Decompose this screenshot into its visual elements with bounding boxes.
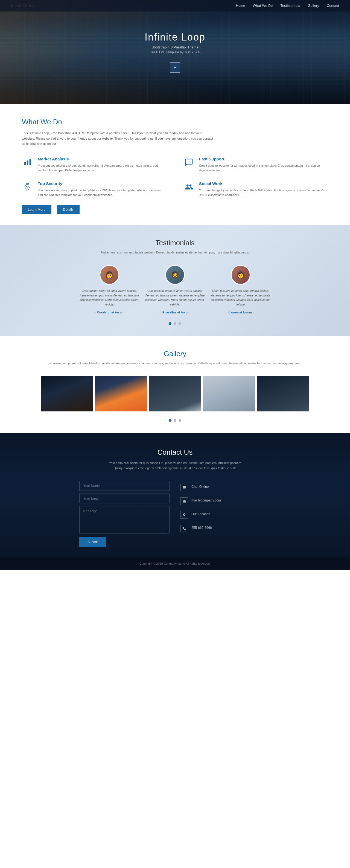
- nav-gallery[interactable]: Gallery: [308, 4, 319, 8]
- hero-subtitle2: Free HTML Template by TOOPLATE: [145, 50, 205, 54]
- gallery-dot-1[interactable]: [169, 419, 171, 422]
- gallery-image-1: [41, 376, 93, 411]
- avatar-image-3: 👩: [232, 266, 250, 284]
- chat-icon: [184, 158, 193, 167]
- testimonial-dots: [11, 322, 339, 325]
- avatar-image-2: 🧔: [166, 266, 184, 284]
- contact-submit-button[interactable]: Submit: [79, 537, 106, 547]
- dot-1[interactable]: [169, 322, 171, 325]
- svg-rect-1: [27, 160, 28, 165]
- email-label: mail@company.com: [191, 497, 221, 502]
- gallery-subtitle: Praesent sed pharetra lorem, blandit con…: [11, 361, 339, 366]
- nav-testimonials[interactable]: Testimonials: [281, 4, 300, 8]
- feature-security-content: Top Security You have no authority to po…: [38, 181, 167, 198]
- phone-label: 255-662-5966: [191, 525, 212, 530]
- features-grid: Market Analysis Praesent sed pharetra lo…: [22, 157, 328, 198]
- testimonial-avatar-3: 👩: [231, 265, 250, 285]
- feature-social-work: Social Work You can change by either fas…: [183, 181, 328, 198]
- fast-support-icon: [183, 157, 195, 168]
- nav-links: Home What We Do Testimonials Gallery Con…: [236, 4, 339, 8]
- testimonial-text-1: Cras pretium lorem sit amet viverra sagi…: [79, 288, 139, 307]
- gallery-image-3: [149, 376, 201, 411]
- location-label: Our Location: [191, 511, 210, 516]
- testimonial-avatar-1: 👩: [100, 265, 119, 285]
- navbar: Infinite Loop Home What We Do Testimonia…: [0, 0, 350, 11]
- svg-rect-2: [30, 159, 31, 165]
- contact-email-input[interactable]: [79, 494, 170, 503]
- avatar-image-1: 👩: [100, 266, 118, 284]
- testimonials-title: Testimonials: [11, 239, 339, 247]
- location-icon: [180, 511, 188, 519]
- footer-text: Copyright © 2019 Company name All rights…: [139, 562, 211, 565]
- testimonials-subtitle: Nullam eu risus non arcu iaculis pretium…: [11, 250, 339, 255]
- contact-message-textarea[interactable]: [79, 506, 170, 533]
- feature-social-text: You can change by either fas or far in t…: [199, 188, 328, 198]
- hero-section: Infinite Loop Bootstrap 4.0 Parallax The…: [0, 0, 350, 104]
- testimonial-name-3: - Lorem et Ipsum -: [228, 311, 253, 314]
- feature-security-title: Top Security: [38, 181, 167, 186]
- hero-scroll-button[interactable]: [170, 62, 180, 73]
- gallery-item-5[interactable]: [257, 376, 309, 411]
- what-buttons: Learn More Details: [22, 205, 328, 214]
- feature-market-analysis: Market Analysis Praesent sed pharetra lo…: [22, 157, 167, 173]
- top-security-icon: [22, 181, 33, 193]
- gallery-section: Gallery Praesent sed pharetra lorem, bla…: [0, 336, 350, 433]
- bar-chart-icon: [23, 158, 32, 167]
- gallery-dot-3[interactable]: [179, 419, 181, 422]
- contact-email: mail@company.com: [180, 497, 271, 505]
- testimonials-section: Testimonials Nullam eu risus non arcu ia…: [0, 225, 350, 336]
- contact-subtitle: Proin enim orci, tincidunt quis suscipit…: [107, 460, 243, 471]
- nav-contact[interactable]: Contact: [327, 4, 339, 8]
- contact-info: Chat Online mail@company.com Our Locatio…: [180, 481, 271, 547]
- feature-support-content: Fast Support Credit goes to website for …: [199, 157, 328, 173]
- contact-grid: Submit Chat Online mail@company.com: [79, 481, 271, 547]
- what-we-do-section: What We Do This is Infinite Loop, Free B…: [0, 104, 350, 225]
- chat-online-label: Chat Online: [191, 484, 209, 489]
- details-button[interactable]: Details: [57, 205, 79, 214]
- hero-content: Infinite Loop Bootstrap 4.0 Parallax The…: [145, 31, 205, 73]
- gallery-title: Gallery: [11, 349, 339, 358]
- what-intro-text: This is Infinite Loop, Free Bootstrap 4.…: [22, 130, 213, 147]
- dot-3[interactable]: [179, 322, 181, 325]
- hero-title: Infinite Loop: [145, 31, 205, 43]
- gallery-grid: [11, 376, 339, 411]
- feature-social-title: Social Work: [199, 181, 328, 186]
- svg-rect-0: [24, 162, 26, 165]
- what-section-title: What We Do: [22, 118, 328, 126]
- contact-location: Our Location: [180, 511, 271, 519]
- gallery-dot-2[interactable]: [174, 419, 176, 422]
- contact-section: Contact Us Proin enim orci, tincidunt qu…: [0, 433, 350, 558]
- testimonial-name-1: - Curabitur et Arcu -: [95, 311, 124, 314]
- contact-title: Contact Us: [22, 448, 328, 457]
- nav-home[interactable]: Home: [236, 4, 245, 8]
- phone-receiver-icon: [182, 527, 186, 530]
- hero-subtitle1: Bootstrap 4.0 Parallax Theme: [145, 45, 205, 49]
- fingerprint-icon: [23, 183, 32, 191]
- nav-what-we-do[interactable]: What We Do: [253, 4, 273, 8]
- contact-chat: Chat Online: [180, 484, 271, 491]
- learn-more-button[interactable]: Learn More: [22, 205, 51, 214]
- contact-name-input[interactable]: [79, 481, 170, 491]
- contact-phone: 255-662-5966: [180, 525, 271, 532]
- footer: Copyright © 2019 Company name All rights…: [0, 558, 350, 570]
- gallery-item-2[interactable]: [95, 376, 147, 411]
- feature-market-content: Market Analysis Praesent sed pharetra lo…: [38, 157, 167, 173]
- feature-market-title: Market Analysis: [38, 157, 167, 161]
- gallery-image-5: [257, 376, 309, 411]
- testimonial-name-2: - Phasellus et Arcu -: [161, 311, 189, 314]
- dot-2[interactable]: [174, 322, 176, 325]
- feature-fast-support: Fast Support Credit goes to website for …: [183, 157, 328, 173]
- gallery-image-4: [203, 376, 255, 411]
- gallery-item-3[interactable]: [149, 376, 201, 411]
- nav-brand[interactable]: Infinite Loop: [11, 3, 35, 8]
- chevron-down-icon: [173, 65, 177, 70]
- testimonial-2: 🧔 Cras pretium lorem sit amet viverra sa…: [145, 265, 205, 314]
- gallery-item-1[interactable]: [41, 376, 93, 411]
- feature-support-title: Fast Support: [199, 157, 328, 161]
- testimonials-grid: 👩 Cras pretium lorem sit amet viverra sa…: [11, 265, 339, 314]
- phone-icon: [180, 525, 188, 532]
- gallery-item-4[interactable]: [203, 376, 255, 411]
- testimonial-text-2: Cras pretium lorem sit amet viverra sagi…: [145, 288, 205, 307]
- gallery-image-2: [95, 376, 147, 411]
- testimonial-1: 👩 Cras pretium lorem sit amet viverra sa…: [79, 265, 139, 314]
